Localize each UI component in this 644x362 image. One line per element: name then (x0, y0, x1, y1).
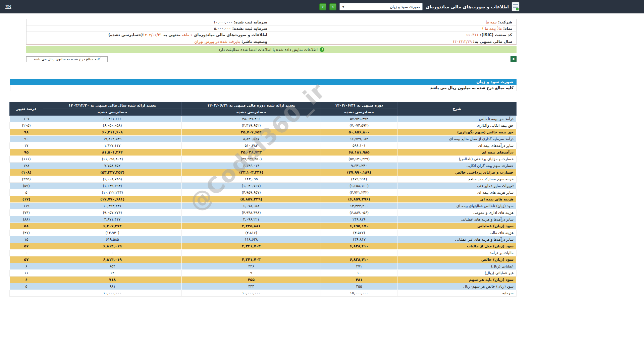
row-value: (۴۷,۹۹۰,۱۸۹) (321, 169, 397, 176)
row-change: ۵۷ (10, 243, 43, 250)
row-value: (۲,۳۱۹,۶۵۲) (182, 122, 321, 129)
company-info-cell: نماد: ما( بیمه ما ) (271, 25, 516, 32)
row-value: (۲,۸۱۶) (182, 230, 321, 236)
column-header: تجدید ارائه شده سال مالی منتهی به ۱۴۰۳/۱… (43, 102, 182, 109)
row-value: ۶,۸۲۸,۴۱۰ (321, 243, 397, 250)
row-value: ۷۱۸ (43, 277, 182, 283)
company-info-panel: شرکت: بیمه ماسرمایه ثبت شده: ۱۰,۰۰۰,۰۰۰ن… (26, 19, 517, 62)
row-label: درآمد حق بیمه ناخالص (397, 116, 517, 122)
table-row: درآمدهای بیمه ای۶۸,۱۸۱,۹۸۵۳۵,۰۳۸,۷۲۳۸۱,۵… (10, 149, 517, 156)
row-change: ۱۰۷ (10, 116, 43, 122)
row-label: سود (زیان) قبل از مالیات (397, 243, 517, 250)
row-value: (۶,۸۸۷,۰۵۶) (321, 209, 397, 216)
row-label: تغییرات سایر ذخایر فنی (397, 183, 517, 189)
info-text: بیمه ما (486, 20, 497, 24)
row-change: ۵ (10, 283, 43, 290)
page-title: اطلاعات و صورت‌های مالی میاندوره‌ای (426, 4, 509, 9)
column-header: دوره منتهی به ۱۴۰۴/۰۶/۳۱ (321, 102, 397, 109)
row-change: ۱۱۹ (10, 203, 43, 209)
row-value: (۴,۷۲۱,۲۴۲) (321, 189, 397, 196)
row-value: (۱۷,۷۷۰,۶۸۱) (43, 196, 182, 203)
row-value: (۹,۰۵۷,۲۷۴) (43, 209, 182, 216)
row-value: (۱,۶۳۹,۶۹۳) (43, 183, 182, 189)
row-value: ۴۳۴ (182, 283, 321, 290)
row-label: سایر درآمدها و هزینه های عملیاتی (397, 216, 517, 223)
company-info-row: کد صنعت (ISIC): ۶۶۰۳۱۱اطلاعات و صورت‌های… (26, 32, 516, 38)
row-value: (۱۲,۹۴۰) (43, 230, 182, 236)
next-statement-button[interactable]: ‹ (329, 3, 336, 10)
prev-statement-button[interactable]: › (319, 3, 326, 10)
row-value: (۱,۶۵۸,۱۶۰) (321, 183, 397, 189)
row-value: ۴۵۵ (321, 283, 397, 290)
company-info-cell: سرمایه ثبت نشده: ۵,۰۰۰,۰۰۰ (26, 25, 271, 32)
table-row: غیر عملیاتی (ریال)۱۰۹۶۴۱۱ (10, 270, 517, 277)
row-value: ۶,۸۱۴,۰۱۹ (43, 243, 182, 250)
row-value: (۵,۸۵۷,۳۲۹) (182, 196, 321, 203)
row-label: سود (زیان) خالص (397, 256, 517, 263)
row-value: ۶۵۴ (43, 263, 182, 270)
table-row: سایر درآمدها و هزینه های غیر عملیاتی۱۳۶,… (10, 236, 517, 243)
info-text: ۱۴۰۴/۱۲/۲۹ (452, 39, 472, 44)
excel-export-icon[interactable]: X (511, 56, 517, 62)
row-label: درآمد سرمایه گذاری از محل منابع بیمه ای (397, 136, 517, 142)
info-text: ۶۶۰۳۱۱ (466, 33, 479, 37)
statement-unit-note: کلیه مبالغ درج شده به میلیون ریال می باش… (10, 85, 517, 91)
row-change: (۴۳۵) (10, 176, 43, 183)
language-link[interactable]: EN (5, 5, 11, 9)
row-change: ۹۰ (10, 136, 43, 142)
row-value: ۳۵,۰۳۸,۷۲۳ (182, 149, 321, 156)
row-label: سایر درآمدها و هزینه های غیر عملیاتی (397, 236, 517, 243)
row-value: ۱۰,۰۰۰,۰۰۰ (43, 290, 182, 297)
row-change: (۵۹) (10, 183, 43, 189)
row-value: ۹,۶۴۱,۲۴۰ (321, 163, 397, 169)
statement-select[interactable]: صورت سود و زیان ▼ (339, 3, 423, 10)
info-text: ۶ ماهه (182, 33, 193, 37)
row-value: ۱۵,۰۰۰,۰۰۰ (321, 290, 397, 297)
row-change: ۶ (10, 277, 43, 283)
statement-select-value: صورت سود و زیان (390, 4, 420, 9)
info-text: اطلاعات و صورت‌های مالی میاندوره‌ای (193, 33, 267, 37)
info-text: سال مالی منتهی به: (472, 39, 512, 44)
row-change: ۵۷ (10, 256, 43, 263)
row-value: ۵۷,۹۳۱,۳۹۲ (321, 116, 397, 122)
row-change: ۵ (10, 189, 43, 196)
row-label: خسارت و مزایای پرداختی خالص (397, 169, 517, 176)
table-row: سایر هزینه های بیمه ای(۴,۷۲۱,۲۴۲)(۴,۹۵۹,… (10, 189, 517, 196)
row-value: ۶۸۱ (43, 283, 182, 290)
row-value: ۴۴۶ (182, 263, 321, 270)
info-text: سرمایه ثبت شده: (232, 20, 267, 24)
row-label: هزینه های مالی (397, 230, 517, 236)
row-value: ۶۱۹,۵۸۵ (43, 236, 182, 243)
column-header: حسابرسی نشده (43, 109, 182, 116)
table-row: هزینه های مالی(۳,۵۷۷)(۲,۸۱۶)(۱۲,۹۴۰)(۲۷) (10, 230, 517, 236)
row-label: حق بیمه اتکایی واگذاری (397, 122, 517, 129)
row-label: مالیات بر درآمد (397, 250, 517, 256)
row-value: ۱۰ (321, 270, 397, 277)
row-change (10, 290, 43, 297)
table-row: درآمد سرمایه گذاری از محل منابع بیمه ای۱… (10, 136, 517, 142)
row-value: ۸,۸۲۰,۵۸۷ (182, 136, 321, 142)
row-label: سایر هزینه های بیمه ای (397, 189, 517, 196)
row-label: غیر عملیاتی (ریال) (397, 270, 517, 277)
row-value: (۶,۸۵۹,۳۹۶) (321, 196, 397, 203)
row-value: ۲۸,۰۲۷,۳۰۶ (182, 116, 321, 122)
row-value: (۴,۹۵۹,۶۵۷) (182, 189, 321, 196)
row-label: هزینه سهم مشارکت در منافع (397, 176, 517, 183)
row-value: (۶۱,۰۹۵,۸۰۴) (43, 156, 182, 163)
table-row: خسارت و مزایای پرداختی خالص(۴۷,۹۹۰,۱۸۹)(… (10, 169, 517, 176)
row-value: ۱۳۶,۸۱۷ (321, 236, 397, 243)
column-header: درصد تغییر (10, 102, 43, 116)
column-header: تجدید ارائه شده دوره مالی منتهی به ۱۴۰۳/… (182, 102, 321, 109)
info-text: نماد: (502, 26, 512, 31)
row-label: سود (زیان) خالص هر سهم- ریال (397, 283, 517, 290)
row-label: حق بیمه خالص (سهم نگهداری) (397, 129, 517, 136)
table-row: تغییرات سایر ذخایر فنی(۱,۶۵۸,۱۶۰)(۱,۰۴۰,… (10, 183, 517, 189)
row-value: ۴۸۱ (321, 277, 397, 283)
row-change: ۹۸ (10, 129, 43, 136)
row-value: (۷,۰۷۴,۵۹۲) (321, 122, 397, 129)
row-value: ۶,۲۰۷,۳۷۴ (43, 223, 182, 230)
company-info-table: شرکت: بیمه ماسرمایه ثبت شده: ۱۰,۰۰۰,۰۰۰ن… (26, 19, 517, 45)
column-header: حسابرسی نشده (182, 109, 321, 116)
row-value: ۵۰,۸۵۶,۸۰۰ (321, 129, 397, 136)
row-value: ۴,۲۲۵,۸۸۱ (182, 223, 321, 230)
